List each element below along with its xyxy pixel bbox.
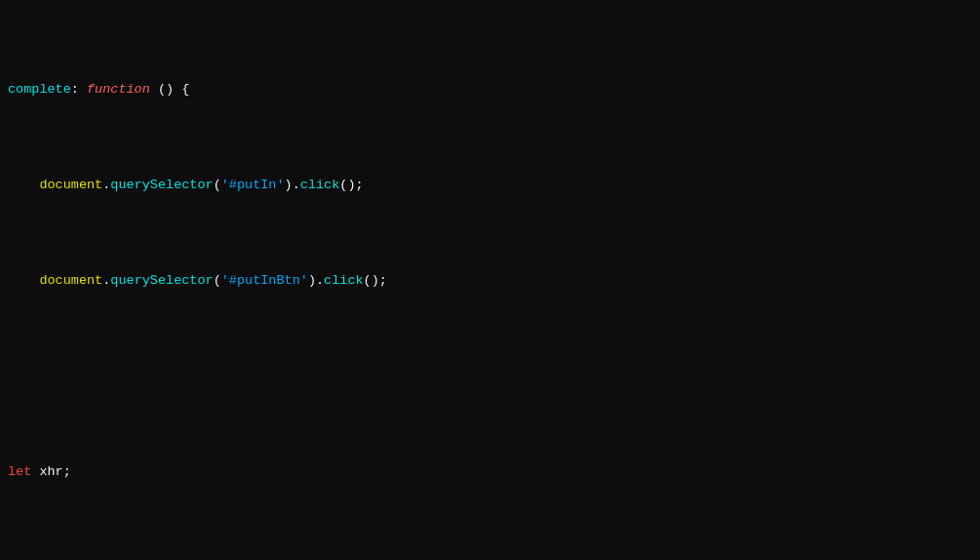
line-5: let xhr;	[8, 462, 980, 482]
code-editor: complete: function () { document.querySe…	[0, 0, 980, 560]
line-2: document.querySelector('#putIn').click()…	[8, 176, 980, 195]
line-4	[8, 367, 980, 386]
line-1: complete: function () {	[8, 80, 980, 100]
line-3: document.querySelector('#putInBtn').clic…	[8, 271, 980, 291]
